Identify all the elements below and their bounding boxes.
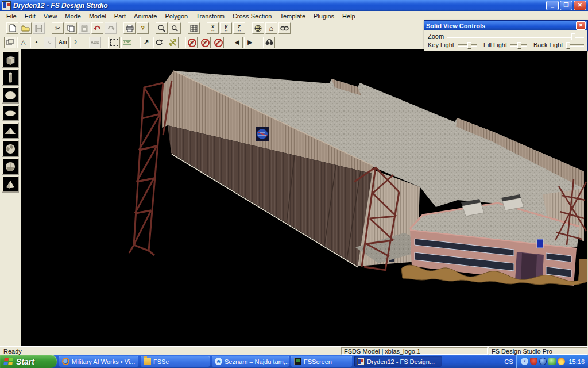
sphere-tool-button[interactable] (2, 87, 19, 103)
lock-y-button[interactable]: Y (199, 37, 211, 48)
menu-view[interactable]: View (40, 12, 61, 21)
menu-animate[interactable]: Animate (130, 12, 161, 21)
network-tray-icon[interactable] (539, 358, 547, 365)
save-disk-icon (35, 25, 42, 32)
lock-z-button[interactable]: Z (212, 37, 224, 48)
clock[interactable]: 15:16 (568, 358, 585, 365)
lock-x-button[interactable]: X (185, 37, 198, 48)
print-button[interactable] (123, 22, 136, 34)
grid-icon (190, 25, 198, 32)
redo-icon (107, 25, 115, 32)
redo-button[interactable] (105, 22, 117, 34)
zoom-out-button[interactable] (169, 22, 181, 34)
new-button[interactable] (6, 22, 18, 34)
menu-plugins[interactable]: Plugins (310, 12, 338, 21)
axis-z-button[interactable]: z↔ (233, 22, 245, 34)
update-tray-icon[interactable] (548, 358, 556, 365)
minimize-button[interactable]: _ (546, 1, 559, 10)
solid-view-controls-palette[interactable]: Solid View Controls ✕ Zoom Key Light Fil… (424, 20, 588, 51)
task-label: FSScreen (304, 358, 332, 365)
scale-button[interactable] (167, 37, 179, 48)
scale-icon (169, 39, 176, 46)
antivirus-tray-icon[interactable] (530, 358, 537, 365)
back-light-slider[interactable] (566, 41, 584, 48)
link-button[interactable] (278, 22, 291, 34)
taskbar-task-2[interactable]: FSSc (141, 356, 210, 367)
fill-light-slider[interactable] (510, 41, 527, 48)
home-view-button[interactable]: ⌂ (265, 22, 277, 34)
add-button[interactable]: ADD (89, 37, 101, 48)
taskbar-task-1[interactable]: Military AI Works • Vi... (59, 356, 138, 367)
disc-tool-button[interactable] (2, 105, 19, 121)
sigma-button[interactable]: Σ (70, 37, 82, 48)
status-edition: FS Design Studio Pro (489, 347, 587, 355)
taskbar-task-5[interactable]: Dryden12 - FS Design... (354, 356, 442, 367)
add-icon: ADD (91, 40, 99, 44)
menu-template[interactable]: Template (276, 12, 310, 21)
menu-polygon[interactable]: Polygon (161, 12, 192, 21)
cone-tool-button[interactable] (2, 176, 19, 193)
taskbar-task-4[interactable]: FSScreen (291, 356, 352, 367)
grid-button[interactable] (188, 22, 200, 34)
menu-help[interactable]: Help (338, 12, 359, 21)
menu-cross-section[interactable]: Cross Section (229, 12, 276, 21)
firewall-tray-icon[interactable] (558, 358, 565, 365)
status-model-info: FSDS Model | xbias_logo.1 (341, 347, 488, 355)
world-view-button[interactable] (252, 22, 264, 34)
palette-close-button[interactable]: ✕ (576, 21, 586, 30)
tray-chevron-icon[interactable]: ‹ (521, 358, 528, 365)
prev-arrow-icon: ◀ (234, 39, 239, 45)
paste-button[interactable] (78, 22, 90, 34)
language-indicator[interactable]: CS (501, 358, 516, 365)
task-label: Seznam – Najdu tam,... (225, 358, 289, 365)
select-marquee-button[interactable] (108, 37, 120, 48)
undo-button[interactable] (91, 22, 103, 34)
model-viewport[interactable] (21, 49, 588, 346)
restore-button[interactable]: ❐ (560, 1, 572, 10)
axis-x-button[interactable]: x↔ (207, 22, 219, 34)
menu-mode[interactable]: Mode (61, 12, 85, 21)
previous-part-button[interactable]: ◀ (231, 37, 243, 48)
menu-edit[interactable]: Edit (21, 12, 40, 21)
link-icon (280, 26, 289, 31)
box-tool-button[interactable] (2, 51, 19, 68)
next-arrow-icon: ▶ (247, 39, 252, 45)
circle-mode-button[interactable]: ○ (44, 37, 56, 48)
cylinder-tool-button[interactable] (2, 69, 19, 86)
zoom-slider[interactable] (447, 33, 584, 39)
rotate-button[interactable] (153, 37, 165, 48)
measure-button[interactable] (121, 37, 133, 48)
vertex-mode-button[interactable]: • (30, 37, 42, 48)
menu-transform[interactable]: Transform (192, 12, 229, 21)
globe-icon (254, 25, 262, 32)
close-button[interactable]: ✕ (574, 1, 586, 10)
hemisphere-icon (5, 161, 16, 172)
menu-part[interactable]: Part (110, 12, 130, 21)
move-button[interactable]: ↗ (140, 37, 152, 48)
polygon-mode-button[interactable]: △ (17, 37, 29, 48)
copy-button[interactable] (65, 22, 77, 34)
save-button[interactable] (33, 22, 45, 34)
palette-title-bar[interactable]: Solid View Controls ✕ (424, 21, 587, 30)
hemisphere-tool-button[interactable] (2, 158, 19, 175)
animation-mode-button[interactable]: Ani (57, 37, 69, 48)
start-button[interactable]: Start (0, 355, 57, 368)
find-button[interactable] (263, 37, 275, 48)
taskbar-task-3[interactable]: eSeznam – Najdu tam,... (212, 356, 289, 367)
open-folder-icon (21, 25, 30, 32)
cut-button[interactable]: ✂ (52, 22, 64, 34)
screen-icon (294, 358, 301, 365)
triangle-icon: △ (21, 39, 25, 45)
parts-mode-icon (6, 39, 14, 46)
key-light-slider[interactable] (458, 41, 477, 48)
open-button[interactable] (20, 22, 32, 34)
zoom-in-button[interactable] (156, 22, 168, 34)
geosphere-tool-button[interactable] (2, 140, 19, 157)
axis-y-button[interactable]: y↔ (220, 22, 232, 34)
parts-mode-button[interactable] (4, 37, 16, 48)
pyramid-tool-button[interactable] (2, 122, 19, 139)
menu-model[interactable]: Model (85, 12, 110, 21)
help-button[interactable]: ? (137, 22, 149, 34)
menu-file[interactable]: File (2, 12, 21, 21)
next-part-button[interactable]: ▶ (244, 37, 256, 48)
